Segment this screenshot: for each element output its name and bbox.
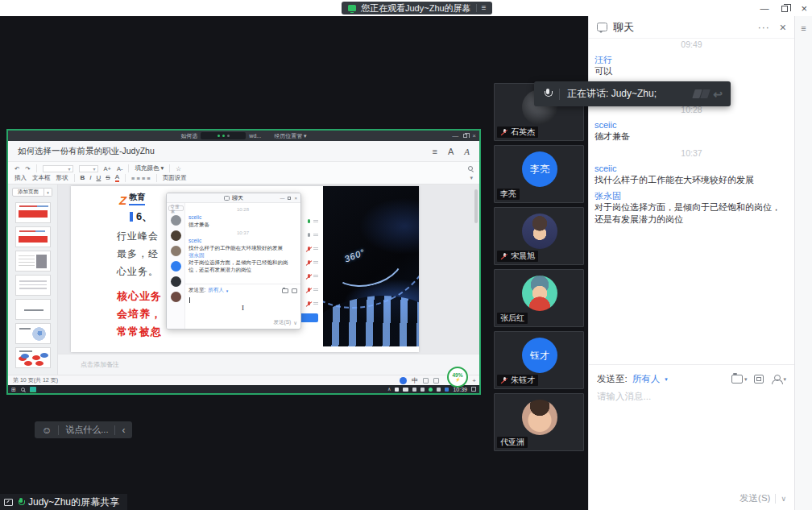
alignment-icons[interactable]: ≡ ≡ ≡ ≡	[131, 175, 151, 182]
screenshot-icon[interactable]	[754, 375, 764, 384]
toolbar-search-icon[interactable]	[468, 166, 473, 171]
slide-thumbnail[interactable]	[15, 323, 51, 344]
insert-button[interactable]: 插入	[14, 174, 27, 182]
avatar[interactable]	[171, 246, 181, 256]
embedded-search-input[interactable]: Q 搜索	[168, 205, 184, 211]
embedded-close[interactable]: ×	[294, 196, 297, 201]
banner-menu-icon[interactable]: ≡	[482, 4, 487, 12]
participant-tile[interactable]: 李亮 李亮	[494, 145, 584, 203]
folder-icon[interactable]	[282, 288, 288, 293]
panel-menu-icon[interactable]: ≡	[799, 23, 809, 33]
send-options-icon[interactable]: ∨	[781, 495, 786, 503]
avatar[interactable]	[171, 230, 181, 241]
assistant-icon[interactable]	[400, 377, 407, 384]
tray-icon[interactable]	[420, 388, 425, 392]
restore-button[interactable]	[781, 6, 788, 12]
zoom-in-icon[interactable]: +	[472, 377, 476, 384]
collapse-icon[interactable]: ‹	[122, 425, 125, 435]
undo-icon[interactable]: ↶	[14, 165, 19, 172]
tray-icon[interactable]	[412, 388, 416, 392]
slide-thumbnail[interactable]	[15, 251, 51, 272]
embedded-restore[interactable]	[288, 197, 291, 200]
wps-restore[interactable]	[463, 134, 467, 138]
avatar[interactable]	[171, 292, 181, 302]
quick-chat-placeholder[interactable]: 说点什么...	[65, 424, 108, 436]
redo-icon[interactable]: ↷	[25, 165, 30, 172]
favorite-icon[interactable]: ☆	[176, 165, 181, 172]
tray-icon[interactable]	[437, 388, 441, 392]
toolbar-collapse-icon[interactable]: ▾	[470, 175, 473, 181]
send-to-value[interactable]: 所有人	[208, 287, 224, 294]
chevron-down-icon[interactable]: ▾	[226, 288, 229, 293]
font-color-button[interactable]: A	[115, 174, 119, 182]
chevron-down-icon[interactable]: ▾	[665, 376, 668, 383]
tray-expand-icon[interactable]: ∧	[387, 387, 391, 392]
font-icon[interactable]: A	[448, 147, 454, 156]
font-bigger-icon[interactable]: A+	[104, 165, 111, 172]
avatar[interactable]	[171, 261, 181, 272]
close-button[interactable]: ×	[801, 3, 807, 14]
start-button[interactable]: ⊞	[11, 387, 16, 392]
send-to-value[interactable]: 所有人	[632, 373, 661, 385]
emoji-icon[interactable]: ☺	[42, 425, 52, 435]
outline-icon[interactable]: ≡	[433, 147, 437, 156]
participant-tile[interactable]: 代亚洲	[494, 393, 584, 451]
avatar[interactable]	[171, 215, 181, 226]
watching-banner[interactable]: 您正在观看Judy~Zhu的屏幕 ≡	[342, 2, 492, 15]
strikethrough-button[interactable]: S	[106, 174, 110, 182]
minimize-button[interactable]: —	[760, 4, 768, 13]
active-app-icon[interactable]	[30, 387, 36, 392]
add-page-dropdown[interactable]: ▾	[44, 188, 52, 197]
style-icon[interactable]: A	[464, 147, 470, 156]
chevron-down-icon[interactable]: ▾	[744, 376, 748, 383]
folder-icon[interactable]	[731, 375, 743, 384]
participant-tile[interactable]: 张后红	[494, 269, 584, 327]
add-page-button[interactable]: 添加页面	[12, 188, 44, 197]
chevron-down-icon[interactable]: ∨	[293, 320, 297, 326]
participant-tile[interactable]: 钰才 朱钰才	[494, 331, 584, 389]
shape-button[interactable]: 形状	[56, 174, 68, 182]
reaction-icon[interactable]	[700, 89, 710, 98]
chat-header: 聊天 ··· ×	[589, 16, 794, 39]
slide-thumbnail[interactable]	[15, 202, 51, 223]
send-button[interactable]: 发送(S)	[740, 492, 770, 504]
font-smaller-icon[interactable]: A-	[117, 165, 123, 172]
notification-center-icon[interactable]	[471, 387, 476, 392]
font-family-select[interactable]: ▾	[43, 165, 73, 172]
slide-thumbnail[interactable]	[15, 275, 51, 296]
slide-thumbnail[interactable]	[15, 226, 51, 247]
slide-thumbnail[interactable]	[15, 299, 51, 320]
page-setup-button[interactable]: 页面设置	[163, 174, 187, 182]
reply-arrow-icon[interactable]: ↩	[713, 89, 723, 100]
avatar[interactable]	[171, 276, 181, 287]
bold-button[interactable]: B	[81, 174, 85, 182]
embedded-minimize[interactable]: —	[280, 196, 284, 201]
underline-button[interactable]: U	[97, 174, 102, 182]
wps-close[interactable]: ×	[472, 132, 476, 139]
tray-mic-icon[interactable]	[395, 388, 399, 392]
tray-blue-icon[interactable]	[445, 388, 449, 392]
quick-chat-pill[interactable]: ☺ 说点什么... ‹	[35, 421, 132, 438]
fill-color-button[interactable]: 填充颜色 ▾	[135, 164, 164, 172]
layout-icon[interactable]	[433, 378, 439, 384]
tray-keyboard-icon[interactable]	[403, 388, 408, 392]
close-chat-icon[interactable]: ×	[780, 22, 786, 33]
ime-indicator[interactable]: 中	[412, 376, 418, 385]
wps-minimize[interactable]: —	[452, 132, 458, 139]
view-mode-icon[interactable]	[423, 378, 429, 384]
slide-thumbnail[interactable]	[15, 347, 51, 368]
taskbar-search-icon[interactable]	[21, 388, 25, 392]
participant-tile[interactable]: 宋晨旭	[494, 207, 584, 265]
canvas-scrollbar[interactable]	[474, 189, 478, 223]
tray-green-icon[interactable]	[429, 388, 433, 392]
send-button[interactable]: 发送(S)	[274, 319, 292, 326]
more-options-icon[interactable]: ···	[758, 23, 770, 32]
message-input[interactable]	[597, 392, 787, 401]
font-size-select[interactable]: ▾	[79, 165, 98, 172]
italic-button[interactable]: I	[89, 174, 91, 182]
chevron-down-icon[interactable]: ▾	[783, 376, 786, 383]
textbox-button[interactable]: 文本框	[32, 174, 51, 182]
screenshot-icon[interactable]	[292, 288, 297, 293]
notes-pane[interactable]: 点击添加备注	[58, 354, 479, 375]
mention-person-icon[interactable]	[771, 375, 781, 384]
